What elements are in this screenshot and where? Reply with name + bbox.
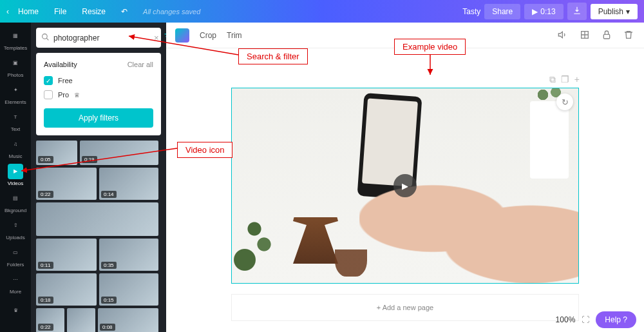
filter-heading: Availability (44, 61, 77, 68)
canva-logo-icon (175, 28, 189, 43)
rail-music[interactable]: ♫Music (0, 135, 31, 161)
duplicate-page-icon[interactable]: ⧉ (549, 74, 556, 85)
pro-label: Pro (58, 91, 69, 99)
rail-text[interactable]: TText (0, 108, 31, 133)
music-icon: ♫ (8, 137, 23, 152)
scene-plant (231, 206, 290, 283)
thumb-duration: 0:15 (101, 297, 117, 304)
crop-button[interactable]: Crop (200, 31, 216, 40)
bkground-icon: ▤ (8, 191, 23, 206)
pro-checkbox[interactable] (44, 90, 53, 99)
save-status: All changes saved (143, 8, 200, 15)
search-bar[interactable]: × (36, 28, 161, 48)
clear-search-icon[interactable]: × (154, 33, 159, 43)
videos-icon: ▶ (8, 164, 23, 179)
zoom-level[interactable]: 100% (556, 315, 576, 324)
text-icon: T (8, 110, 23, 125)
video-thumb[interactable] (36, 202, 158, 236)
scene-hands (359, 167, 579, 284)
thumb-duration: 0:05 (38, 156, 53, 163)
video-thumb[interactable]: 0:35 (99, 239, 158, 271)
file-menu[interactable]: File (48, 5, 73, 19)
video-thumb[interactable]: 0:08 (98, 308, 158, 332)
video-thumb[interactable]: 0:19 (80, 141, 158, 165)
annotation-example-video: Example video (394, 39, 466, 55)
transparency-icon[interactable] (580, 30, 591, 41)
thumb-duration: 0:35 (101, 262, 117, 269)
trash-icon[interactable] (623, 30, 635, 41)
rail-templates[interactable]: ▦Templates (0, 26, 31, 52)
resize-menu[interactable]: Resize (75, 5, 112, 19)
footer: 100% ⛶ Help ? (556, 311, 636, 328)
rotate-button[interactable]: ↻ (556, 93, 573, 110)
uploads-icon: ⇧ (8, 218, 23, 233)
search-input[interactable] (53, 34, 150, 43)
video-thumb[interactable]: 0:14 (99, 168, 158, 200)
canvas[interactable]: ▶ ↻ (231, 88, 579, 284)
photos-icon: ▣ (8, 55, 23, 71)
more-icon: ⋯ (8, 272, 23, 288)
thumb-duration: 0:22 (38, 324, 53, 331)
preview-button[interactable]: ▶ 0:13 (524, 4, 563, 19)
filter-card: Availability Clear all ✓ Free Pro ♕ Appl… (36, 53, 161, 135)
rail-elements[interactable]: ✦Elements (0, 81, 31, 106)
help-button[interactable]: Help ? (596, 311, 636, 328)
video-thumb[interactable]: 0:15 (99, 273, 158, 306)
scene-chemex (293, 186, 338, 264)
rail-videos[interactable]: ▶Videos (0, 162, 31, 188)
clear-filters-button[interactable]: Clear all (128, 61, 153, 68)
volume-icon[interactable] (558, 30, 569, 41)
results-grid: 0:050:190:220:140:110:350:180:150:220:08 (36, 141, 161, 332)
video-thumb[interactable]: 0:22 (36, 168, 97, 200)
add-page-icon[interactable]: + (574, 74, 580, 85)
folders-icon: ▭ (8, 245, 23, 260)
svg-point-0 (43, 34, 48, 39)
play-icon: ▶ (532, 7, 538, 16)
rail-photos[interactable]: ▣Photos (0, 54, 31, 79)
crown-icon: ♛ (8, 302, 23, 318)
back-chevron-icon[interactable]: ‹ (6, 7, 9, 16)
thumb-duration: 0:19 (82, 156, 97, 163)
search-icon (41, 32, 50, 44)
top-toolbar: ‹ Home File Resize ↶ All changes saved T… (0, 0, 644, 23)
rail-folders[interactable]: ▭Folders (0, 243, 31, 269)
video-thumb[interactable]: 0:05 (36, 141, 77, 165)
thumb-duration: 0:11 (38, 262, 53, 269)
home-button[interactable]: Home (12, 5, 45, 19)
video-thumb[interactable] (67, 308, 95, 332)
rail-bkground[interactable]: ▤Bkground (0, 189, 31, 215)
crown-icon: ♕ (74, 92, 80, 99)
design-title[interactable]: Tasty (462, 7, 480, 16)
thumb-duration: 0:08 (100, 324, 115, 331)
publish-button[interactable]: Publish ▾ (591, 4, 638, 19)
apply-filters-button[interactable]: Apply filters (44, 108, 153, 128)
video-play-button[interactable]: ▶ (393, 174, 417, 197)
rail-more[interactable]: ⋯More (0, 270, 31, 296)
share-button[interactable]: Share (484, 4, 520, 19)
trim-button[interactable]: Trim (227, 31, 242, 40)
workspace: Crop Trim ⧉ ❐ + ▶ ↻ (166, 23, 644, 332)
side-rail: ▦Templates▣Photos✦ElementsTText♫Music▶Vi… (0, 23, 31, 332)
rail-premium[interactable]: ♛ (0, 297, 31, 323)
thumb-duration: 0:18 (38, 297, 53, 304)
add-new-page-button[interactable]: + Add a new page (231, 294, 579, 321)
free-label: Free (58, 77, 73, 84)
undo-icon[interactable]: ↶ (115, 5, 134, 19)
video-thumb[interactable]: 0:18 (36, 273, 97, 306)
thumb-duration: 0:14 (101, 191, 117, 198)
side-panel: × Availability Clear all ✓ Free Pro ♕ Ap… (31, 23, 166, 332)
annotation-search: Search & filter (238, 48, 308, 64)
templates-icon: ▦ (8, 28, 23, 44)
video-thumb[interactable]: 0:22 (36, 308, 64, 332)
lock-icon[interactable] (601, 30, 613, 41)
rail-uploads[interactable]: ⇧Uploads (0, 216, 31, 242)
thumb-duration: 0:22 (38, 191, 53, 198)
free-checkbox[interactable]: ✓ (44, 76, 53, 85)
video-thumb[interactable]: 0:11 (36, 239, 97, 271)
copy-page-icon[interactable]: ❐ (561, 74, 569, 85)
annotation-video-icon: Video icon (177, 142, 232, 158)
fullscreen-icon[interactable]: ⛶ (582, 315, 589, 324)
filter-icon[interactable] (163, 32, 166, 44)
download-button[interactable] (567, 3, 587, 20)
download-icon (573, 6, 582, 15)
